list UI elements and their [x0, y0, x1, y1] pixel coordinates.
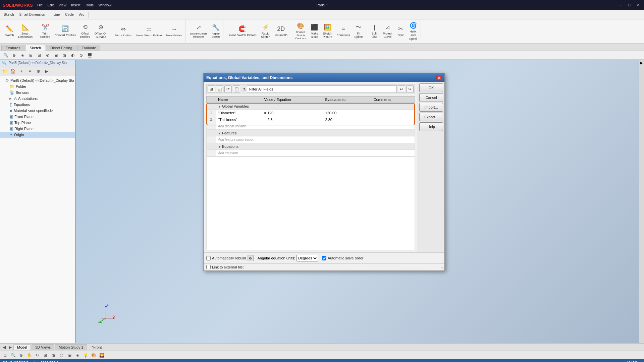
tree-item-annotations[interactable]: ▶ A Annotations [0, 96, 75, 102]
auto-solve-checkbox[interactable] [322, 256, 326, 260]
menu-edit[interactable]: Edit [47, 3, 54, 7]
rotate-btn[interactable]: ↻ [34, 352, 41, 359]
line-btn[interactable]: Line [51, 12, 62, 17]
dlg-tb-btn-2[interactable]: 📊 [216, 85, 223, 93]
export-button[interactable]: Export... [419, 113, 443, 121]
tree-item-front-plane[interactable]: ▣ Front Plane [0, 114, 75, 120]
diameter-value-cell[interactable]: = 120 [262, 110, 323, 116]
tab-motion-study[interactable]: Motion Study 1 [55, 344, 87, 350]
feat-expand-icon[interactable]: ▼ [218, 132, 221, 135]
shaded-btn[interactable]: ▣ [66, 352, 73, 359]
view-icon-3[interactable]: ◈ [19, 52, 26, 59]
equations-btn[interactable]: = Equations [334, 24, 352, 38]
zoom-out-btn[interactable]: ⊖ [17, 352, 25, 359]
cancel-button[interactable]: Cancel [419, 93, 443, 102]
tree-item-origin[interactable]: ✦ Origin [0, 132, 75, 138]
arc-btn[interactable]: Arc [77, 12, 87, 17]
smart-dim-tool-btn[interactable]: 📐 SmartDimension [16, 23, 35, 40]
thickness-name-cell[interactable]: "Thickness" [216, 116, 262, 123]
tree-item-folder[interactable]: 📁 Folder [0, 83, 75, 89]
tab-3dviews[interactable]: 3D Views [32, 344, 54, 350]
repair-sketch-btn[interactable]: 🔧 RepairSketch [210, 23, 222, 40]
diameter-name-cell[interactable]: "Diameter" [216, 110, 262, 116]
menu-tools[interactable]: Tools [85, 3, 94, 7]
dialog-resize-handle[interactable]: ⤡ [440, 266, 444, 270]
display-delete-btn[interactable]: ⤢ Display/DeleteRelations [188, 23, 209, 40]
tree-item-material[interactable]: ◆ Material <not specified> [0, 108, 75, 114]
equations-dialog[interactable]: Equations, Global Variables, and Dimensi… [203, 73, 445, 271]
wireframe-btn[interactable]: ⬡ [58, 352, 65, 359]
offset-on-surface-btn[interactable]: ⊛ Offset OnSurface [93, 23, 109, 40]
link-external-checkbox[interactable] [206, 265, 211, 269]
sketch-btn[interactable]: Sketch [1, 12, 16, 17]
split-btn[interactable]: ✂ Split [395, 24, 407, 38]
thickness-value-cell[interactable]: = 2.8 [262, 116, 323, 123]
sketch-tool-btn[interactable]: ✏️ Sketch [3, 24, 16, 38]
import-button[interactable]: Import... [419, 103, 443, 112]
view-icon-5[interactable]: ⊟ [36, 52, 43, 59]
menu-file[interactable]: File [37, 3, 43, 7]
redo-btn[interactable]: ↪ [406, 85, 414, 93]
tab-model[interactable]: Model [13, 344, 31, 350]
panel-icon-more[interactable]: ▶ [43, 67, 50, 75]
circle-btn[interactable]: Circle [63, 12, 76, 17]
helix-spiral-btn[interactable]: 🌀 HelixandSpiral [407, 21, 419, 42]
quick-snaps-btn[interactable]: 🧲 Linear Sketch Pattern [225, 24, 259, 38]
canvas-area[interactable]: Z X Y Equations, Global Variables, and D… [76, 60, 639, 343]
move-entities-btn[interactable]: ↔ Move Entities [164, 25, 184, 38]
minimize-button[interactable]: ─ [618, 2, 624, 8]
panel-icon-1[interactable]: 📁 [1, 67, 8, 75]
dlg-tb-btn-3[interactable]: ⟳ [224, 85, 232, 93]
close-button[interactable]: ✕ [635, 2, 641, 8]
zoom-in-btn[interactable]: 🔍 [9, 352, 17, 359]
panel-icon-5[interactable]: ⊕ [35, 67, 42, 75]
menu-insert[interactable]: Insert [71, 3, 80, 7]
section-view-btn[interactable]: ◑ [50, 352, 57, 359]
zoom-fit-btn[interactable]: ⊡ [1, 352, 9, 359]
dialog-close-button[interactable]: ✕ [436, 75, 442, 80]
undo-btn[interactable]: ↩ [398, 85, 405, 93]
gv-expand-icon[interactable]: ▼ [218, 105, 221, 108]
view-icon-8[interactable]: ◑ [61, 52, 68, 59]
fit-spline-btn[interactable]: 〜 FitSpline [352, 23, 365, 40]
maximize-button[interactable]: □ [627, 2, 633, 8]
panel-icon-2[interactable]: 🏠 [9, 67, 17, 75]
rapid-sketch-btn[interactable]: ⚡ RapidSketch [259, 23, 272, 40]
display-mode-btn[interactable]: ◈ [74, 352, 81, 359]
panel-icon-4[interactable]: ✦ [26, 67, 34, 75]
view-icon-11[interactable]: 🖥️ [86, 52, 93, 59]
angular-units-select[interactable]: Degrees [297, 255, 318, 261]
shaded-contours-btn[interactable]: 🎨 ShadedSketchContours [293, 21, 308, 41]
tab-sketch[interactable]: Sketch [25, 45, 45, 51]
eq-expand-icon[interactable]: ▼ [218, 145, 221, 148]
dlg-tb-btn-1[interactable]: ⊞ [208, 85, 215, 93]
view-icon-9[interactable]: ◐ [69, 52, 76, 59]
dlg-tb-btn-4[interactable]: 📋 [233, 85, 240, 93]
view-icon-10[interactable]: ⊙ [77, 52, 85, 59]
tree-item-sensors[interactable]: 📡 Sensors [0, 89, 75, 96]
tab-direct-editing[interactable]: Direct Editing [46, 45, 76, 51]
tree-item-top-plane[interactable]: ▣ Top Plane [0, 120, 75, 126]
view-icon-1[interactable]: 🔍 [2, 52, 9, 59]
view-icon-6[interactable]: ⊗ [44, 52, 51, 59]
ok-button[interactable]: OK [419, 83, 443, 92]
tree-item-right-plane[interactable]: ▣ Right Plane [0, 126, 75, 132]
appearance-btn[interactable]: 🎨 [90, 352, 97, 359]
filter-input[interactable] [247, 85, 397, 93]
view-icon-2[interactable]: ⊕ [10, 52, 18, 59]
view-orient-btn[interactable]: ⊞ [42, 352, 49, 359]
scroll-right-btn[interactable]: ▶ [7, 345, 13, 350]
menu-view[interactable]: View [58, 3, 66, 7]
sketch-picture-btn[interactable]: 🖼️ SketchPicture [321, 23, 334, 40]
smart-dimension-btn[interactable]: Smart Dimension [17, 12, 48, 17]
tab-features[interactable]: Features [1, 45, 24, 51]
panel-icon-3[interactable]: + [18, 67, 25, 75]
auto-rebuild-checkbox[interactable] [206, 256, 211, 260]
tab-evaluate[interactable]: Evaluate [77, 45, 100, 51]
split-line-btn[interactable]: | SplitLine [368, 23, 380, 40]
diameter-comment-cell[interactable] [371, 110, 415, 116]
trim-entities-btn[interactable]: ✂️ TrimEntities [38, 23, 52, 40]
view-icon-7[interactable]: ▣ [52, 52, 60, 59]
tree-item-equations[interactable]: ∑ Equations [0, 102, 75, 108]
linear-sketch-btn[interactable]: ⚏ Linear Sketch Pattern [134, 25, 164, 38]
